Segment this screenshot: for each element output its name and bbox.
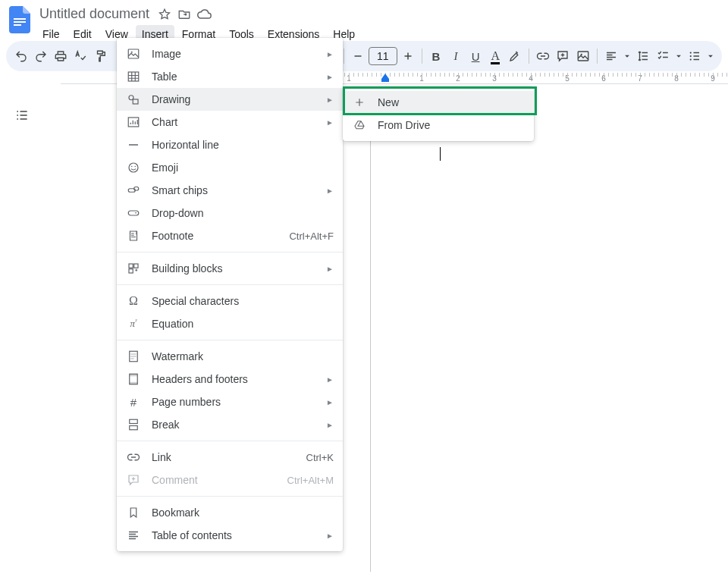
toolbar: 11 B I U A (6, 41, 722, 71)
menu-separator (117, 496, 343, 497)
separator (422, 49, 422, 64)
italic-button[interactable]: I (447, 45, 465, 67)
emoji-icon (126, 160, 141, 175)
spellcheck-button[interactable] (71, 45, 89, 67)
line-spacing-button[interactable] (634, 45, 652, 67)
insert-menu-item-smart-chips[interactable]: Smart chips► (117, 179, 343, 202)
page[interactable] (370, 86, 728, 572)
insert-menu-item-horizontal-line[interactable]: Horizontal line (117, 133, 343, 156)
insert-menu-item-chart[interactable]: Chart► (117, 111, 343, 133)
menu-shortcut: Ctrl+K (306, 452, 334, 463)
chevron-down-icon[interactable] (622, 45, 632, 67)
svg-point-6 (690, 55, 692, 57)
svg-rect-27 (130, 382, 138, 384)
add-comment-button[interactable] (554, 45, 572, 67)
chevron-right-icon: ► (326, 375, 334, 384)
drawing-icon (126, 92, 141, 107)
highlight-color-button[interactable] (506, 45, 524, 67)
insert-menu-item-special-characters[interactable]: ΩSpecial characters (117, 290, 343, 312)
building-blocks-icon (126, 261, 141, 276)
insert-menu-item-headers-and-footers[interactable]: Headers and footers► (117, 368, 343, 391)
chevron-right-icon: ► (326, 265, 334, 273)
chevron-right-icon: ► (326, 532, 334, 540)
insert-menu-item-watermark[interactable]: Watermark (117, 345, 343, 368)
insert-menu-item-table-of-contents[interactable]: Table of contents► (117, 524, 343, 547)
drawing-submenu-item-from-drive[interactable]: From Drive (343, 114, 534, 136)
insert-menu-item-table[interactable]: Table► (117, 65, 343, 88)
insert-menu-item-drop-down[interactable]: Drop-down (117, 202, 343, 224)
chevron-down-icon[interactable] (705, 45, 716, 67)
image-icon (126, 46, 141, 61)
chevron-right-icon: ► (326, 73, 334, 81)
star-icon[interactable] (157, 7, 172, 22)
insert-menu-item-bookmark[interactable]: Bookmark (117, 501, 343, 524)
svg-rect-10 (128, 72, 139, 81)
left-indent[interactable] (381, 79, 389, 82)
first-line-indent[interactable] (381, 74, 389, 79)
insert-menu-item-comment: CommentCtrl+Alt+M (117, 469, 343, 491)
menu-item-label: Smart chips (152, 184, 315, 196)
menu-edit[interactable]: Edit (67, 25, 98, 43)
menu-item-label: Drop-down (152, 207, 334, 219)
menu-item-label: Headers and footers (152, 373, 315, 385)
menu-item-label: Image (152, 48, 315, 60)
move-icon[interactable] (177, 7, 192, 22)
text-color-button[interactable]: A (486, 45, 504, 67)
undo-button[interactable] (12, 45, 30, 67)
insert-menu-item-equation[interactable]: π²Equation (117, 312, 343, 335)
chevron-right-icon: ► (326, 50, 334, 58)
font-size-input[interactable]: 11 (369, 47, 397, 65)
table-icon (126, 69, 141, 84)
font-size-increase[interactable] (399, 45, 417, 67)
svg-point-14 (129, 163, 138, 172)
menu-item-label: Watermark (152, 350, 334, 362)
insert-menu-item-break[interactable]: Break► (117, 413, 343, 436)
align-button[interactable] (602, 45, 620, 67)
insert-menu-item-emoji[interactable]: Emoji (117, 156, 343, 179)
svg-point-15 (131, 166, 133, 168)
insert-menu-item-footnote[interactable]: 1FootnoteCtrl+Alt+F (117, 224, 343, 247)
drawing-submenu-item-new[interactable]: New (343, 91, 534, 114)
chevron-right-icon: ► (326, 118, 334, 127)
menu-file[interactable]: File (36, 25, 66, 43)
insert-menu-item-page-numbers[interactable]: #Page numbers► (117, 391, 343, 413)
omega-icon: Ω (126, 293, 141, 309)
menu-item-label: Chart (152, 116, 315, 128)
redo-button[interactable] (32, 45, 50, 67)
submenu-item-label: From Drive (378, 119, 525, 131)
bold-button[interactable]: B (427, 45, 445, 67)
menu-item-label: Table of contents (152, 529, 315, 541)
page-numbers-icon: # (126, 394, 141, 409)
bulleted-list-button[interactable] (686, 45, 704, 67)
separator (597, 49, 598, 64)
insert-menu-item-image[interactable]: Image► (117, 42, 343, 65)
doc-title[interactable]: Untitled document (36, 5, 152, 24)
paint-format-button[interactable] (92, 45, 110, 67)
footnote-icon: 1 (126, 228, 141, 243)
chevron-right-icon: ► (326, 398, 334, 406)
underline-button[interactable]: U (466, 45, 485, 67)
checklist-button[interactable] (654, 45, 672, 67)
chevron-right-icon: ► (326, 187, 334, 195)
equation-icon: π² (126, 316, 141, 331)
chevron-down-icon[interactable] (673, 45, 684, 67)
insert-menu-item-drawing[interactable]: Drawing► (117, 88, 343, 111)
insert-link-button[interactable] (534, 45, 552, 67)
menu-item-label: Drawing (152, 93, 315, 105)
menu-separator (117, 441, 343, 441)
comment-icon (126, 472, 141, 488)
insert-menu-item-link[interactable]: LinkCtrl+K (117, 446, 343, 469)
menu-separator (117, 252, 343, 252)
drive-icon (352, 118, 367, 133)
ruler[interactable]: 2112345678910 (0, 73, 728, 86)
font-size-decrease[interactable] (348, 45, 366, 67)
print-button[interactable] (52, 45, 70, 67)
toc-icon (126, 528, 141, 543)
document-outline-button[interactable] (10, 103, 34, 127)
svg-rect-1 (14, 21, 26, 23)
insert-image-button[interactable] (574, 45, 592, 67)
insert-menu-item-building-blocks[interactable]: Building blocks► (117, 257, 343, 280)
docs-logo[interactable] (6, 6, 33, 33)
cloud-status-icon[interactable] (196, 7, 212, 22)
drawing-submenu: NewFrom Drive (343, 86, 534, 141)
